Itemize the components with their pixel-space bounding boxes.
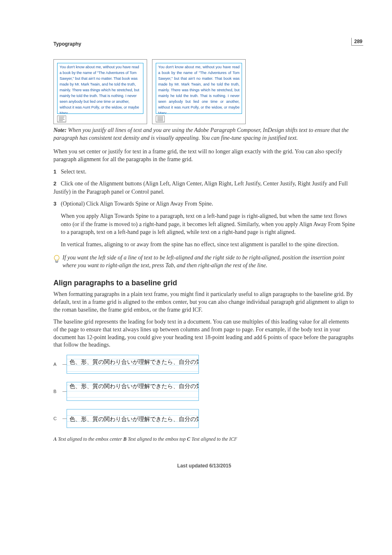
step-1-text: Select text. <box>61 169 86 175</box>
baseline-figure: A 色、形、質の関わり合いが理解できたら、自分の気に入 B 色、形、質の関わり合… <box>53 355 355 428</box>
connector-b <box>62 391 67 392</box>
fig-cap-b-label: B <box>123 436 127 442</box>
svg-point-0 <box>54 255 59 260</box>
baseline-para-1: When formatting paragraphs in a plain te… <box>53 291 355 314</box>
baseline-box-b: 色、形、質の関わり合いが理解できたら、自分の気に入 <box>67 382 199 401</box>
baseline-box-a: 色、形、質の関わり合いが理解できたら、自分の気に入 <box>67 355 199 374</box>
fig-cap-c-text: Text aligned to the ICF <box>190 436 237 442</box>
step-3-text: (Optional) Click Align Towards Spine or … <box>61 201 213 207</box>
jp-text-b: 色、形、質の関わり合いが理解できたら、自分の気に入 <box>69 383 197 390</box>
sample-box-right: You don't know about me, without you hav… <box>152 59 246 124</box>
step-3-sub-1: When you apply Align Towards Spine to a … <box>61 212 355 236</box>
justify-last-left-icon <box>57 116 66 122</box>
intro-paragraph: When you set center or justify for text … <box>53 148 355 164</box>
section-label: Typography <box>53 41 355 47</box>
note-block: Note: When you justify all lines of text… <box>53 127 355 142</box>
fig-cap-a-text: Text aligned to the embox center <box>57 436 123 442</box>
tip-text: If you want the left side of a line of t… <box>62 254 355 270</box>
fig-cap-b-text: Text aligned to the embox top <box>127 436 187 442</box>
jp-text-a: 色、形、質の関わり合いが理解できたら、自分の気に入 <box>69 358 197 366</box>
page-number: 289 <box>351 38 363 46</box>
baseline-label-a: A <box>53 362 62 367</box>
baseline-label-b: B <box>53 389 62 394</box>
step-1-number: 1 <box>53 168 61 176</box>
baseline-row-c: C 色、形、質の関わり合いが理解できたら、自分の気に入 <box>53 409 355 428</box>
note-text: When you justify all lines of text and y… <box>53 127 348 141</box>
footer-last-updated: Last updated 6/13/2015 <box>53 463 355 469</box>
note-label: Note: <box>53 127 67 133</box>
step-2-text: Click one of the Alignment buttons (Alig… <box>53 180 348 195</box>
step-3-sub-2: In vertical frames, aligning to or away … <box>61 240 355 249</box>
sample-box-left: You don't know about me, without you hav… <box>53 59 147 124</box>
sample-text-right: You don't know about me, without you hav… <box>156 63 242 114</box>
sample-text-left: You don't know about me, without you hav… <box>57 63 143 114</box>
connector-c <box>62 419 67 419</box>
baseline-para-2: The baseline grid represents the leading… <box>53 318 355 349</box>
justify-sample-figure: You don't know about me, without you hav… <box>53 59 355 124</box>
jp-text-c: 色、形、質の関わり合いが理解できたら、自分の気に入 <box>69 416 197 423</box>
baseline-label-c: C <box>53 416 62 421</box>
connector-a <box>62 364 67 365</box>
baseline-box-c: 色、形、質の関わり合いが理解できたら、自分の気に入 <box>67 409 199 428</box>
step-3: 3(Optional) Click Align Towards Spine or… <box>53 200 355 248</box>
step-3-number: 3 <box>53 200 61 208</box>
fig-cap-a-label: A <box>53 436 57 442</box>
step-2-number: 2 <box>53 180 61 187</box>
tip-block: If you want the left side of a line of t… <box>53 254 355 270</box>
figure-caption: A Text aligned to the embox center B Tex… <box>53 436 355 442</box>
baseline-row-b: B 色、形、質の関わり合いが理解できたら、自分の気に入 <box>53 382 355 401</box>
step-1: 1Select text. <box>53 168 355 176</box>
heading-align-baseline: Align paragraphs to a baseline grid <box>53 279 355 287</box>
baseline-row-a: A 色、形、質の関わり合いが理解できたら、自分の気に入 <box>53 355 355 374</box>
steps-list: 1Select text. 2Click one of the Alignmen… <box>53 168 355 249</box>
fig-cap-c-label: C <box>187 436 190 442</box>
svg-rect-1 <box>55 261 58 263</box>
step-2: 2Click one of the Alignment buttons (Ali… <box>53 180 355 196</box>
lightbulb-icon <box>53 255 60 264</box>
justify-all-icon <box>156 116 165 122</box>
